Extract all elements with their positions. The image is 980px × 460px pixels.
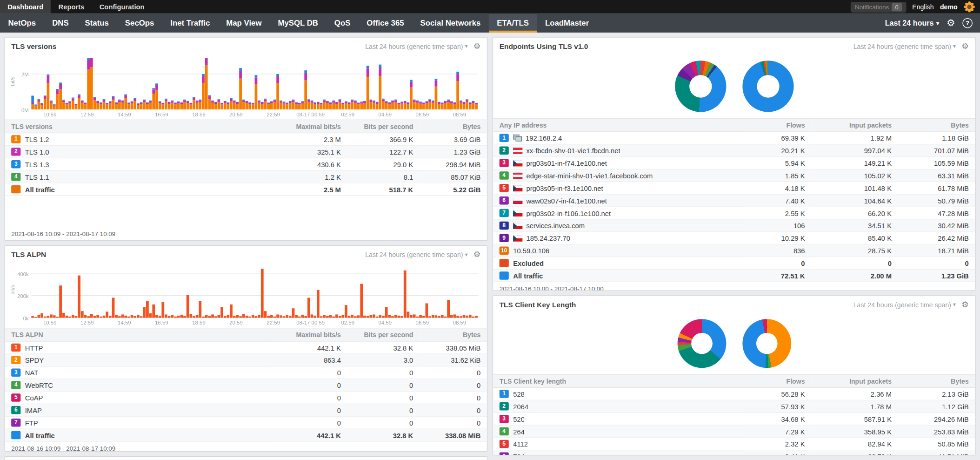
cell-bytes: 50.85 MiB <box>898 438 975 450</box>
table-row[interactable]: 1TLS 1.2 2.3 M 366.9 K 3.69 GiB <box>5 133 487 146</box>
row-label: TLS 1.2 <box>25 135 49 143</box>
table-row[interactable]: 3prg03s01-in-f74.1e100.net 5.94 K 149.21… <box>493 157 975 169</box>
table-row[interactable]: 2TLS 1.0 325.1 K 122.7 K 1.23 GiB <box>5 145 487 158</box>
table-row[interactable]: 3NAT 0 0 0 <box>5 366 487 379</box>
endpoint-label[interactable]: prg03s05-in-f3.1e100.net <box>526 184 603 192</box>
table-row[interactable]: 6IMAP 0 0 0 <box>5 404 487 416</box>
panel-gear-icon[interactable]: ⚙ <box>473 41 481 51</box>
row-label: 520 <box>513 415 525 423</box>
table-row[interactable]: 8services.invea.com 106 34.51 K 30.42 Mi… <box>493 219 975 232</box>
tab-qos[interactable]: QoS <box>326 14 358 33</box>
row-label: CoAP <box>25 394 43 401</box>
table-row[interactable]: 2SPDY 863.4 3.0 31.62 KiB <box>5 354 487 366</box>
x-axis-tick-label: 20:59 <box>219 320 253 326</box>
tab-inet-traffic[interactable]: Inet Traffic <box>162 14 218 33</box>
tab-social-networks[interactable]: Social Networks <box>412 14 489 33</box>
tab-mysql-db[interactable]: MySQL DB <box>270 14 326 33</box>
panel-gear-icon[interactable]: ⚙ <box>961 41 969 51</box>
table-row[interactable]: 4WebRTC 0 0 0 <box>5 379 487 392</box>
cell-bps: 32.8 K <box>347 429 419 441</box>
language-selector[interactable]: English <box>912 3 933 11</box>
cell-flows: 20.21 K <box>744 144 811 157</box>
time-span-label: Last 24 hours (generic time span) <box>853 301 951 308</box>
table-row[interactable]: 3520 34.68 K 587.91 K 294.26 MiB <box>493 413 975 425</box>
endpoint-label[interactable]: prg03s02-in-f106.1e100.net <box>526 209 611 216</box>
table-row[interactable]: 3TLS 1.3 430.6 K 29.0 K 298.94 MiB <box>5 158 487 170</box>
tab-secops[interactable]: SecOps <box>117 14 162 33</box>
col-header: Maximal bits/s <box>270 120 347 133</box>
endpoint-label[interactable]: waw02s07-in-f4.1e100.net <box>526 197 607 204</box>
help-icon[interactable]: ? <box>962 18 973 28</box>
endpoint-label[interactable]: xx-fbcdn-shv-01-vie1.fbcdn.net <box>526 147 620 154</box>
panel-title: Endpoints Using TLS v1.0 <box>500 42 588 50</box>
table-row[interactable]: 9185.24.237.70 10.29 K 85.40 K 26.42 MiB <box>493 232 975 244</box>
col-header: Any IP address <box>493 119 744 132</box>
panel-time-span-selector[interactable]: Last 24 hours (generic time span) ▾ <box>853 42 956 50</box>
panel-time-span-selector[interactable]: Last 24 hours (generic time span) ▾ <box>853 301 956 308</box>
x-axis-tick-label: 04:59 <box>367 111 402 117</box>
menu-configuration[interactable]: Configuration <box>92 0 152 14</box>
user-menu[interactable]: demo <box>940 3 958 11</box>
cell-flows: 2.55 K <box>744 207 811 219</box>
panel-time-span-selector[interactable]: Last 24 hours (generic time span) ▾ <box>365 250 467 258</box>
settings-gear-icon[interactable]: ⚙ <box>947 18 955 29</box>
table-row[interactable]: 1528 56.28 K 2.36 M 2.13 GiB <box>493 387 975 400</box>
tab-loadmaster[interactable]: LoadMaster <box>537 14 597 33</box>
endpoint-label[interactable]: prg03s01-in-f74.1e100.net <box>526 159 607 167</box>
table-row[interactable]: 1HTTP 442.1 K 32.8 K 338.05 MiB <box>5 341 487 354</box>
cell-flows: 1.85 K <box>744 169 811 182</box>
tab-eta-tls[interactable]: ETA/TLS <box>489 14 537 33</box>
table-row[interactable]: 2xx-fbcdn-shv-01-vie1.fbcdn.net 20.21 K … <box>493 144 975 157</box>
cell-packets: 68.78 K <box>811 450 898 455</box>
endpoint-label[interactable]: services.invea.com <box>526 222 585 229</box>
table-row[interactable]: 5CoAP 0 0 0 <box>5 392 487 404</box>
col-header: Flows <box>744 374 811 387</box>
cell-flows: 106 <box>744 219 811 232</box>
table-row[interactable]: 4TLS 1.1 1.2 K 8.1 85.07 KiB <box>5 170 487 183</box>
flag-czech-icon <box>513 210 522 216</box>
table-row-total[interactable]: All traffic 72.51 K 2.00 M 1.23 GiB <box>493 269 975 282</box>
table-row[interactable]: 6waw02s07-in-f4.1e100.net 7.40 K 104.64 … <box>493 194 975 207</box>
table-row[interactable]: 22064 57.93 K 1.78 M 1.12 GiB <box>493 400 975 413</box>
table-row[interactable]: 54112 2.32 K 82.94 K 50.85 MiB <box>493 438 975 450</box>
table-row[interactable]: 7FTP 0 0 0 <box>5 416 487 429</box>
cell-max-bits: 0 <box>270 392 347 404</box>
cell-bytes: 0 <box>420 416 487 429</box>
panel-gear-icon[interactable]: ⚙ <box>961 300 969 309</box>
table-row[interactable]: 4edge-star-mini-shv-01-vie1.facebook.com… <box>493 169 975 182</box>
series-color-swatch <box>500 271 509 279</box>
table-row[interactable]: 1192.168.2.4 69.39 K 1.92 M 1.18 GiB <box>493 132 975 144</box>
cell-max-bits: 442.1 K <box>270 341 347 354</box>
table-row-total[interactable]: All traffic 442.1 K 32.8 K 338.08 MiB <box>5 429 487 441</box>
table-row[interactable]: 4264 7.29 K 358.95 K 253.83 MiB <box>493 425 975 438</box>
time-range-selector[interactable]: Last 24 hours ▾ <box>885 19 939 27</box>
cell-packets: 101.48 K <box>811 182 898 194</box>
tab-netops[interactable]: NetOps <box>0 14 44 33</box>
rank-badge: 5 <box>500 440 509 448</box>
endpoint-label[interactable]: edge-star-mini-shv-01-vie1.facebook.com <box>526 172 653 179</box>
tab-status[interactable]: Status <box>77 14 117 33</box>
tab-dns[interactable]: DNS <box>44 14 77 33</box>
menu-dashboard[interactable]: Dashboard <box>0 0 51 14</box>
notifications-button[interactable]: Notifications 0 <box>851 1 906 12</box>
table-row[interactable]: 1010.59.0.106 836 28.75 K 18.71 MiB <box>493 244 975 257</box>
table-row-total[interactable]: All traffic 2.5 M 518.7 K 5.22 GiB <box>5 183 487 196</box>
col-header: TLS versions <box>5 120 270 133</box>
tab-office-365[interactable]: Office 365 <box>359 14 412 33</box>
endpoint-label[interactable]: 10.59.0.106 <box>513 247 549 254</box>
table-row[interactable]: 7prg03s02-in-f106.1e100.net 2.55 K 66.20… <box>493 207 975 219</box>
cell-max-bits: 863.4 <box>270 354 347 366</box>
table-row[interactable]: 6784 3.41 K 68.78 K 41.51 MiB <box>493 450 975 455</box>
table-row[interactable]: 5prg03s05-in-f3.1e100.net 4.18 K 101.48 … <box>493 182 975 194</box>
endpoint-label[interactable]: 192.168.2.4 <box>526 134 562 142</box>
table-row-excluded[interactable]: Excluded 0 0 0 <box>493 257 975 270</box>
time-span-label: Last 24 hours (generic time span) <box>853 42 951 50</box>
panel-gear-icon[interactable]: ⚙ <box>473 250 481 259</box>
endpoint-label[interactable]: 185.24.237.70 <box>526 234 570 242</box>
rank-badge: 3 <box>500 415 509 423</box>
panel-time-span-selector[interactable]: Last 24 hours (generic time span) ▾ <box>365 42 467 50</box>
menu-reports[interactable]: Reports <box>51 0 92 14</box>
col-header: Maximal bits/s <box>270 328 347 341</box>
x-axis-tick-label: 16:59 <box>144 320 179 326</box>
tab-map-view[interactable]: Map View <box>218 14 270 33</box>
